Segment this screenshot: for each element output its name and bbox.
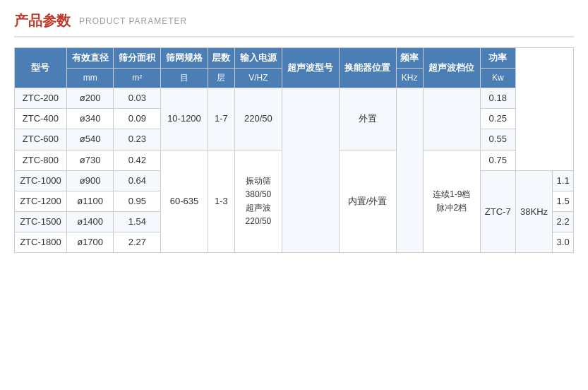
table-cell xyxy=(423,88,480,150)
col-power-unit: Kw xyxy=(480,69,515,88)
table-cell: 0.95 xyxy=(114,191,161,211)
col-diameter-header: 有效直径 xyxy=(66,48,114,69)
table-cell: 60-635 xyxy=(161,150,208,253)
param-table: 型号 有效直径 筛分面积 筛网规格 层数 输入电源 超声波型号 换能器位置 频率… xyxy=(14,47,574,253)
table-cell: 0.18 xyxy=(480,88,515,108)
page-header: 产品参数 PRODUCT PARAMETER xyxy=(14,11,574,37)
table-cell: ZTC-200 xyxy=(15,88,67,108)
table-cell: ZTC-800 xyxy=(15,150,67,170)
table-cell: ø540 xyxy=(66,129,114,150)
table-cell: 0.64 xyxy=(114,170,161,191)
table-cell: 0.23 xyxy=(114,129,161,150)
table-cell: 2.2 xyxy=(553,212,574,232)
table-cell: ZTC-1200 xyxy=(15,191,67,211)
col-ultrasonic-type-header: 超声波型号 xyxy=(282,48,339,88)
table-cell: 连续1-9档 脉冲2档 xyxy=(423,150,480,253)
table-cell: 振动筛 380/50 超声波 220/50 xyxy=(235,150,282,253)
col-frequency-unit: KHz xyxy=(396,69,423,88)
table-cell: 10-1200 xyxy=(161,88,208,150)
table-cell: ø900 xyxy=(66,170,114,191)
page-title-en: PRODUCT PARAMETER xyxy=(79,16,187,26)
table-cell: 0.09 xyxy=(114,109,161,129)
col-mesh-unit: 目 xyxy=(161,69,208,88)
header-row-1: 型号 有效直径 筛分面积 筛网规格 层数 输入电源 超声波型号 换能器位置 频率… xyxy=(15,48,574,69)
table-cell: ø1400 xyxy=(66,212,114,232)
table-cell: ø340 xyxy=(66,109,114,129)
table-cell: 2.27 xyxy=(114,232,161,253)
table-cell: ZTC-1800 xyxy=(15,232,67,253)
table-cell: 0.25 xyxy=(480,109,515,129)
table-cell: ZTC-1500 xyxy=(15,212,67,232)
table-cell: 0.75 xyxy=(480,150,515,170)
col-frequency-header: 频率 xyxy=(396,48,423,69)
table-cell: 外置 xyxy=(339,88,396,150)
table-cell: ZTC-7 xyxy=(480,170,515,253)
table-cell xyxy=(396,88,423,253)
table-cell: ø730 xyxy=(66,150,114,170)
table-cell: 0.55 xyxy=(480,129,515,150)
page-title-cn: 产品参数 xyxy=(14,11,71,30)
table-wrapper: 振 振泰机械 ZHENTAIJIXIE 型号 有效直径 筛分面积 筛网规格 层数… xyxy=(14,47,574,253)
table-cell: 内置/外置 xyxy=(339,150,396,253)
table-cell: ZTC-400 xyxy=(15,109,67,129)
page: 产品参数 PRODUCT PARAMETER 振 振泰机械 ZHENTAIJIX… xyxy=(0,0,588,390)
table-cell: ZTC-600 xyxy=(15,129,67,150)
table-row: ZTC-200ø2000.0310-12001-7220/50外置0.18 xyxy=(15,88,574,108)
table-cell: 1.1 xyxy=(553,170,574,191)
table-cell: 3.0 xyxy=(553,232,574,253)
table-cell: 0.03 xyxy=(114,88,161,108)
col-area-unit: m² xyxy=(114,69,161,88)
table-cell: 1.5 xyxy=(553,191,574,211)
table-cell: ø1100 xyxy=(66,191,114,211)
col-ultrasonic-level-header: 超声波档位 xyxy=(423,48,480,88)
table-cell: 220/50 xyxy=(235,88,282,150)
table-cell: ZTC-1000 xyxy=(15,170,67,191)
col-model-header: 型号 xyxy=(15,48,67,88)
col-power-header: 功率 xyxy=(480,48,515,69)
table-cell xyxy=(282,88,339,253)
col-mesh-header: 筛网规格 xyxy=(161,48,208,69)
col-layers-unit: 层 xyxy=(208,69,234,88)
table-cell: 1.54 xyxy=(114,212,161,232)
table-cell: ø1700 xyxy=(66,232,114,253)
col-power-input-unit: V/HZ xyxy=(235,69,282,88)
table-cell: 1-7 xyxy=(208,88,234,150)
col-transducer-header: 换能器位置 xyxy=(339,48,396,88)
col-area-header: 筛分面积 xyxy=(114,48,161,69)
col-power-input-header: 输入电源 xyxy=(235,48,282,69)
col-diameter-unit: mm xyxy=(66,69,114,88)
table-cell: ø200 xyxy=(66,88,114,108)
table-cell: 1-3 xyxy=(208,150,234,253)
table-cell: 0.42 xyxy=(114,150,161,170)
table-cell: 38KHz xyxy=(515,170,553,253)
col-layers-header: 层数 xyxy=(208,48,234,69)
